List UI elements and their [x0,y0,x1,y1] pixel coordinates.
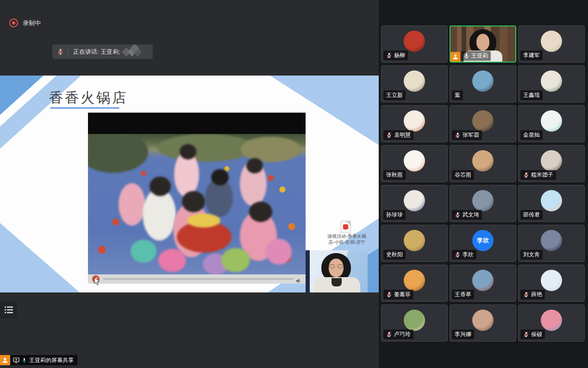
participant-tile-谷芯雨[interactable]: 谷芯雨 [450,145,516,182]
participant-tile-武文琦[interactable]: 武文琦 [450,185,516,222]
participant-tile-王鑫瑶[interactable]: 王鑫瑶 [518,65,585,102]
participant-name-label: 谷芯雨 [452,170,474,180]
participant-avatar [472,310,494,331]
document-file-icon [341,221,350,233]
participant-tile-邵传君[interactable]: 邵传君 [518,185,585,222]
participant-name-label: 邵传君 [520,210,543,220]
recording-label: 录制中 [23,19,41,27]
participant-name: 王立新 [386,91,403,99]
muted-mic-icon [386,132,392,138]
participant-avatar [404,150,425,171]
slide-corner-decoration [0,223,80,292]
kindergarten-video-frame [88,134,306,274]
participant-name: 薛艳 [531,291,542,298]
participant-name: 糯米团子 [531,171,553,179]
participant-tile-金星灿[interactable]: 金星灿 [518,105,585,142]
participant-name: 武文琦 [463,211,479,219]
participant-avatar [472,190,494,211]
annotation-tools-button[interactable] [0,301,17,318]
participant-name-label: 姜蕙菲 [383,290,413,299]
participant-avatar [404,31,425,52]
mouse-cursor [94,277,100,286]
shared-screen-stage: 录制中 正在讲话: 王亚莉; 香香火锅店 [0,0,379,368]
participant-tile-李建军[interactable]: 李建军 [518,25,585,63]
muted-mic-icon [523,331,529,337]
participant-tile-孙珍珍[interactable]: 孙珍珍 [381,185,448,222]
participant-tile-葉[interactable]: 葉 [450,65,516,102]
participant-tile-姜蕙菲[interactable]: 姜蕙菲 [381,265,448,302]
participant-tile-王香草[interactable]: 王香草 [450,265,516,302]
volume-icon[interactable] [296,277,302,281]
participant-avatar [404,230,425,251]
participant-name-label: 王香草 [452,290,474,299]
participant-name-label: 葉 [452,90,463,100]
host-person-icon [0,355,10,365]
participant-tile-王亚莉[interactable]: 王亚莉 [450,25,516,63]
muted-mic-icon [455,212,461,218]
participant-avatar [472,70,494,92]
participant-avatar [541,70,562,92]
participant-name: 杨柳 [394,51,405,59]
participant-name: 张军霞 [463,131,479,139]
speaking-now-text: 正在讲话: 王亚莉; [73,48,120,56]
participant-tile-张军霞[interactable]: 张军霞 [450,105,516,142]
participant-name: 谷芯雨 [455,171,471,179]
participant-tile-刘文青[interactable]: 刘文青 [518,225,585,262]
muted-mic-icon [386,52,392,58]
participant-name-label: 侯硕 [520,330,545,339]
participant-name-label: 武文琦 [452,210,482,220]
participant-tile-袁明慧[interactable]: 袁明慧 [381,105,448,142]
participant-name-label: 袁明慧 [383,130,413,140]
participant-tile-张秋雨[interactable]: 张秋雨 [381,145,448,182]
participant-name-label: 薛艳 [520,290,545,299]
active-speaker-banner: 正在讲话: 王亚莉; [52,44,153,59]
participant-name-label: 杨柳 [383,51,408,60]
participant-name: 王亚莉 [471,52,488,60]
mic-on-icon [22,357,27,363]
presenter-webcam-overlay [306,250,368,292]
participant-name-label: 张军霞 [452,130,482,140]
participant-name: 张秋雨 [386,171,403,179]
participant-tile-王立新[interactable]: 王立新 [381,65,448,102]
participant-avatar [541,270,562,291]
participant-avatar [404,310,425,331]
participant-tile-史秋阳[interactable]: 史秋阳 [381,225,448,262]
participant-name-label: 刘文青 [520,250,543,260]
participant-tile-李欣[interactable]: 李欣 李欣 [450,225,516,262]
participant-name: 金星灿 [523,131,540,139]
screen-share-icon [13,357,19,363]
participant-tile-李兴娜[interactable]: 李兴娜 [450,305,516,342]
participant-tile-杨柳[interactable]: 杨柳 [381,25,448,63]
document-file-name: 游戏活动-香香火锅 店-小班-史明-济宁 [324,233,369,245]
participant-name: 李兴娜 [455,330,471,338]
participant-avatar: 李欣 [472,230,494,251]
muted-mic-icon [455,132,461,138]
participant-tile-侯硕[interactable]: 侯硕 [518,305,585,342]
participant-name: 葉 [455,91,460,99]
participant-name-label: 王亚莉 [461,51,491,61]
participant-name-label: 金星灿 [520,130,543,140]
participant-name-label: 史秋阳 [383,250,406,260]
muted-mic-icon [386,292,392,298]
participant-tile-卢巧玲[interactable]: 卢巧玲 [381,305,448,342]
participant-avatar [541,31,562,52]
video-controls-bar [88,274,306,284]
participant-name: 袁明慧 [394,131,411,139]
participant-name: 卢巧玲 [394,330,411,338]
embedded-video-player [88,113,306,284]
participant-tile-糯米团子[interactable]: 糯米团子 [518,145,585,182]
list-icon [5,306,13,313]
participant-name: 王香草 [455,291,471,298]
progress-bar[interactable] [103,278,294,280]
participants-panel: 杨柳 王亚莉 [379,0,588,368]
participants-grid: 杨柳 王亚莉 [381,25,585,342]
participant-avatar [541,310,562,331]
host-badge-person-icon [450,52,460,62]
recording-indicator: 录制中 [9,19,41,27]
participant-avatar [541,150,562,171]
participant-avatar [404,70,425,92]
muted-mic-icon [52,48,69,56]
meeting-app-logo-icon [122,47,147,57]
participant-avatar [404,190,425,211]
participant-tile-薛艳[interactable]: 薛艳 [518,265,585,302]
